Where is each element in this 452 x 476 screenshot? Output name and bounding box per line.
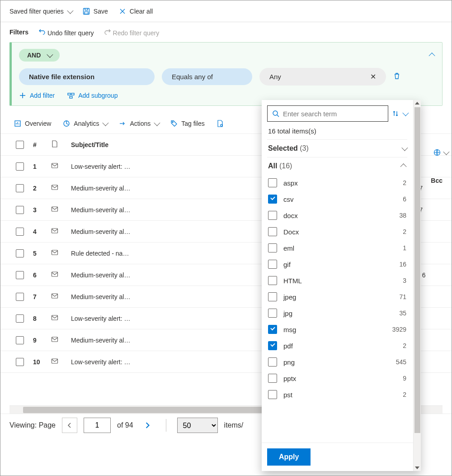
item-checkbox[interactable] bbox=[268, 195, 277, 204]
dropdown-search-input[interactable] bbox=[283, 110, 383, 118]
locale-dropdown[interactable] bbox=[433, 149, 448, 156]
item-checkbox[interactable] bbox=[268, 341, 277, 350]
scrollbar-thumb[interactable] bbox=[414, 107, 420, 433]
add-subgroup-button[interactable]: Add subgroup bbox=[67, 92, 118, 99]
undo-filter-button[interactable]: Undo filter query bbox=[38, 28, 94, 37]
doc-settings-button[interactable] bbox=[217, 120, 224, 127]
clear-value-icon[interactable]: ✕ bbox=[370, 72, 376, 81]
prev-page-button[interactable] bbox=[62, 418, 77, 433]
dropdown-item[interactable]: jpg35 bbox=[267, 305, 407, 321]
row-type bbox=[47, 286, 66, 308]
overview-tab[interactable]: Overview bbox=[14, 120, 51, 127]
row-checkbox[interactable] bbox=[16, 293, 24, 301]
item-checkbox[interactable] bbox=[268, 260, 277, 269]
dropdown-item[interactable]: csv6 bbox=[267, 191, 407, 207]
add-filter-button[interactable]: Add filter bbox=[19, 92, 55, 99]
row-checkbox[interactable] bbox=[16, 358, 24, 366]
all-label: All bbox=[268, 162, 277, 170]
doc-gear-icon bbox=[217, 120, 224, 127]
item-checkbox[interactable] bbox=[268, 357, 277, 367]
item-checkbox[interactable] bbox=[268, 276, 277, 285]
value-pill[interactable]: Any ✕ bbox=[259, 68, 386, 86]
row-checkbox[interactable] bbox=[16, 314, 24, 323]
items-per-page-select[interactable]: 50 bbox=[177, 418, 218, 433]
chevron-down-icon bbox=[401, 145, 408, 151]
item-label: msg bbox=[283, 326, 386, 333]
svg-rect-13 bbox=[52, 228, 58, 233]
next-page-button[interactable] bbox=[140, 418, 155, 433]
apply-button[interactable]: Apply bbox=[267, 448, 311, 466]
row-checkbox[interactable] bbox=[16, 336, 24, 344]
operator-chip[interactable]: AND bbox=[19, 49, 60, 62]
row-number: 8 bbox=[28, 308, 47, 329]
mail-icon bbox=[51, 357, 58, 365]
dropdown-item[interactable]: HTML3 bbox=[267, 272, 407, 289]
item-checkbox[interactable] bbox=[268, 292, 277, 301]
scroll-up-icon[interactable] bbox=[415, 102, 419, 105]
svg-rect-17 bbox=[52, 315, 58, 320]
item-checkbox[interactable] bbox=[268, 227, 277, 236]
row-checkbox[interactable] bbox=[16, 206, 24, 214]
item-checkbox[interactable] bbox=[268, 374, 277, 383]
dropdown-item[interactable]: docx38 bbox=[267, 207, 407, 224]
item-count: 71 bbox=[399, 293, 406, 300]
item-checkbox[interactable] bbox=[268, 325, 277, 334]
item-checkbox[interactable] bbox=[268, 211, 277, 220]
scrollbar-thumb[interactable] bbox=[23, 407, 267, 413]
scroll-down-icon[interactable] bbox=[415, 466, 419, 469]
item-checkbox[interactable] bbox=[268, 309, 277, 318]
svg-rect-2 bbox=[68, 93, 71, 95]
save-button[interactable]: Save bbox=[83, 8, 108, 15]
dropdown-search[interactable] bbox=[267, 105, 388, 122]
tag-files-button[interactable]: Tag files bbox=[170, 120, 204, 127]
dropdown-item[interactable]: png545 bbox=[267, 354, 407, 370]
column-header-bcc[interactable]: Bcc bbox=[431, 177, 443, 184]
select-all-checkbox[interactable] bbox=[16, 141, 24, 149]
dropdown-item[interactable]: aspx2 bbox=[267, 175, 407, 191]
svg-rect-11 bbox=[52, 185, 58, 190]
item-checkbox[interactable] bbox=[268, 178, 277, 187]
item-count: 16 bbox=[399, 261, 406, 268]
all-section-header[interactable]: All (16) bbox=[267, 157, 407, 175]
saved-filter-queries-label: Saved filter queries bbox=[9, 8, 64, 15]
actions-dropdown[interactable]: Actions bbox=[119, 120, 159, 127]
column-header-num[interactable]: # bbox=[28, 134, 47, 156]
dropdown-item[interactable]: msg3929 bbox=[267, 321, 407, 338]
row-checkbox[interactable] bbox=[16, 271, 24, 279]
dropdown-item[interactable]: pdf2 bbox=[267, 338, 407, 354]
chevron-down-icon[interactable] bbox=[402, 110, 409, 116]
dropdown-scrollbar[interactable] bbox=[413, 100, 421, 471]
dropdown-total-label: 16 total items(s) bbox=[268, 127, 406, 135]
condition-pill[interactable]: Equals any of bbox=[162, 68, 252, 85]
save-icon bbox=[83, 8, 90, 15]
item-count: 35 bbox=[399, 309, 406, 317]
delete-condition-button[interactable] bbox=[393, 72, 400, 81]
dropdown-item[interactable]: pptx9 bbox=[267, 370, 407, 386]
column-header-type[interactable] bbox=[47, 134, 66, 156]
dropdown-item[interactable]: gif16 bbox=[267, 256, 407, 272]
row-checkbox[interactable] bbox=[16, 162, 24, 171]
page-input[interactable] bbox=[84, 418, 111, 433]
clear-all-button[interactable]: Clear all bbox=[119, 8, 153, 15]
sort-icon[interactable] bbox=[392, 110, 399, 117]
field-pill[interactable]: Native file extension bbox=[19, 68, 155, 85]
svg-rect-10 bbox=[52, 163, 58, 168]
analytics-dropdown[interactable]: Analytics bbox=[63, 120, 107, 127]
dropdown-item[interactable]: jpeg71 bbox=[267, 289, 407, 305]
row-checkbox[interactable] bbox=[16, 249, 24, 257]
dropdown-item[interactable]: pst2 bbox=[267, 386, 407, 403]
row-checkbox[interactable] bbox=[16, 184, 24, 192]
dropdown-item[interactable]: eml1 bbox=[267, 240, 407, 256]
item-checkbox[interactable] bbox=[268, 390, 277, 399]
file-icon bbox=[51, 140, 58, 148]
of-label: of 94 bbox=[117, 421, 133, 429]
dropdown-item[interactable]: Docx2 bbox=[267, 224, 407, 240]
all-count: (16) bbox=[279, 162, 292, 170]
clear-all-label: Clear all bbox=[130, 8, 153, 15]
row-number: 6 bbox=[28, 264, 47, 286]
item-checkbox[interactable] bbox=[268, 243, 277, 252]
row-checkbox[interactable] bbox=[16, 228, 24, 236]
collapse-button[interactable] bbox=[430, 52, 435, 59]
selected-section-header[interactable]: Selected (3) bbox=[267, 139, 407, 157]
saved-filter-queries-dropdown[interactable]: Saved filter queries bbox=[9, 8, 72, 15]
